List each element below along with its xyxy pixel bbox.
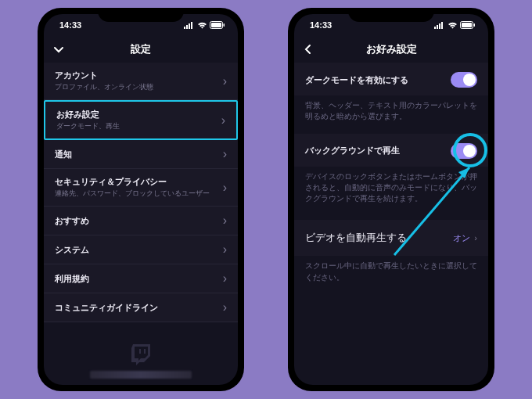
- row-notifications[interactable]: 通知›: [44, 140, 238, 169]
- chevron-right-icon: ›: [221, 113, 225, 128]
- svg-rect-9: [439, 23, 440, 29]
- screen-left: 14:33 設定 アカウントプロファイル、オンライン状態› お好み設定ダークモー…: [44, 14, 238, 385]
- chevron-right-icon: ›: [223, 243, 227, 257]
- chevron-right-icon: ›: [223, 181, 227, 195]
- wifi-icon: [197, 22, 207, 29]
- bgplay-toggle[interactable]: [451, 143, 477, 159]
- phone-left: 14:33 設定 アカウントプロファイル、オンライン状態› お好み設定ダークモー…: [38, 8, 244, 391]
- darkmode-label: ダークモードを有効にする: [305, 74, 408, 86]
- autoplay-desc: スクロール中に自動で再生したいときに選択してください。: [294, 256, 488, 294]
- battery-icon: [460, 21, 476, 29]
- chevron-right-icon: ›: [223, 300, 227, 315]
- notch: [98, 8, 184, 22]
- screen-right: 14:33 お好み設定 ダークモードを有効にする 背景、ヘッダー、テキスト用のカ…: [294, 14, 488, 385]
- notch: [348, 8, 434, 22]
- svg-rect-2: [189, 23, 190, 29]
- svg-rect-10: [441, 22, 443, 29]
- svg-rect-8: [437, 25, 438, 29]
- row-bgplay: バックグラウンドで再生: [294, 134, 488, 167]
- wifi-icon: [448, 22, 458, 29]
- page-title: 設定: [131, 42, 151, 56]
- bgplay-desc: デバイスのロックボタンまたはホームボタンが押されると、自動的に音声のみモードにな…: [294, 167, 488, 216]
- chevron-right-icon: ›: [223, 271, 227, 286]
- row-guidelines[interactable]: コミュニティガイドライン›: [44, 293, 238, 322]
- status-icons: [434, 21, 476, 29]
- row-recommend[interactable]: おすすめ›: [44, 207, 238, 235]
- chevron-down-icon: [52, 42, 66, 56]
- preferences-content[interactable]: ダークモードを有効にする 背景、ヘッダー、テキスト用のカラーパレットを明るめと暗…: [294, 63, 488, 300]
- row-security[interactable]: セキュリティ＆プライバシー連絡先、パスワード、ブロックしているユーザー›: [44, 169, 238, 207]
- page-title: お好み設定: [366, 42, 417, 56]
- signal-icon: [434, 22, 445, 29]
- chevron-left-icon: [302, 43, 315, 56]
- status-time: 14:33: [307, 20, 332, 30]
- chevron-right-icon: ›: [223, 74, 227, 88]
- phone-right: 14:33 お好み設定 ダークモードを有効にする 背景、ヘッダー、テキスト用のカ…: [288, 8, 494, 391]
- row-terms[interactable]: 利用規約›: [44, 264, 238, 293]
- row-preferences[interactable]: お好み設定ダークモード、再生›: [44, 100, 238, 140]
- row-system[interactable]: システム›: [44, 235, 238, 264]
- svg-rect-7: [434, 27, 436, 29]
- bgplay-label: バックグラウンドで再生: [305, 145, 400, 156]
- logo-area: [44, 343, 238, 379]
- chevron-right-icon: ›: [223, 214, 227, 228]
- svg-rect-0: [184, 27, 185, 29]
- nav-bar: お好み設定: [294, 36, 488, 63]
- status-icons: [184, 21, 225, 29]
- status-time: 14:33: [56, 20, 81, 30]
- svg-rect-1: [186, 25, 188, 29]
- row-darkmode: ダークモードを有効にする: [294, 63, 488, 95]
- settings-list[interactable]: アカウントプロファイル、オンライン状態› お好み設定ダークモード、再生› 通知›…: [44, 63, 238, 385]
- svg-rect-5: [211, 23, 221, 27]
- chevron-right-icon: ›: [474, 233, 477, 243]
- svg-rect-6: [224, 23, 225, 27]
- autoplay-label: ビデオを自動再生する: [305, 231, 407, 245]
- row-autoplay[interactable]: ビデオを自動再生する オン›: [294, 220, 488, 256]
- svg-rect-12: [462, 23, 472, 27]
- twitch-icon: [130, 343, 152, 366]
- darkmode-desc: 背景、ヘッダー、テキスト用のカラーパレットを明るめと暗めから選びます。: [294, 95, 488, 134]
- back-button[interactable]: [302, 43, 315, 56]
- darkmode-toggle[interactable]: [451, 72, 477, 88]
- back-button[interactable]: [52, 42, 66, 56]
- autoplay-value: オン›: [453, 232, 477, 244]
- battery-icon: [210, 21, 225, 29]
- svg-rect-3: [191, 22, 192, 29]
- svg-rect-13: [474, 23, 476, 27]
- chevron-right-icon: ›: [223, 147, 227, 161]
- nav-bar: 設定: [44, 36, 238, 63]
- signal-icon: [184, 22, 195, 29]
- username-blurred: [90, 371, 192, 379]
- row-account[interactable]: アカウントプロファイル、オンライン状態›: [44, 63, 238, 100]
